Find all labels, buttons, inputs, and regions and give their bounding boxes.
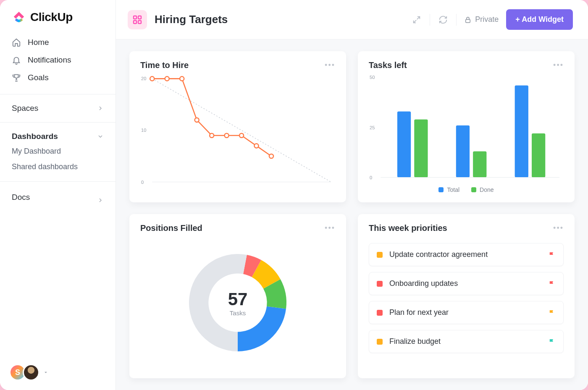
- chevron-right-icon: [97, 197, 104, 204]
- priority-label: Finalize budget: [389, 337, 541, 346]
- donut-chart: 57 Tasks: [140, 236, 335, 369]
- refresh-button[interactable]: [438, 14, 449, 25]
- svg-text:25: 25: [370, 125, 375, 130]
- priority-row[interactable]: Onboarding updates: [369, 272, 564, 295]
- home-icon: [12, 38, 21, 47]
- svg-text:0: 0: [370, 175, 372, 180]
- bell-icon: [12, 55, 21, 65]
- section-label: Docs: [12, 193, 30, 202]
- priority-row[interactable]: Plan for next year: [369, 301, 564, 324]
- expand-icon: [412, 15, 421, 24]
- legend-item-done: Done: [471, 186, 494, 193]
- svg-rect-26: [515, 85, 528, 177]
- dashboard-canvas: Time to Hire ••• 01020 Tasks left ••• 02…: [116, 39, 588, 390]
- topbar: Hiring Targets Private + Add Widget: [116, 0, 588, 39]
- brand-logo[interactable]: ClickUp: [0, 0, 116, 32]
- flag-icon: [548, 338, 556, 346]
- svg-point-13: [210, 133, 214, 138]
- legend-swatch: [471, 187, 476, 192]
- caret-down-icon: [43, 369, 49, 375]
- widget-time-to-hire: Time to Hire ••• 01020: [129, 51, 346, 202]
- refresh-icon: [438, 15, 448, 24]
- status-square: [377, 310, 383, 316]
- nav-primary: Home Notifications Goals: [0, 32, 116, 94]
- sidebar-item-label: Goals: [28, 73, 49, 82]
- privacy-label: Private: [475, 15, 499, 24]
- sidebar-section-header-spaces[interactable]: Spaces: [0, 101, 116, 115]
- sidebar-item-label: Home: [28, 38, 49, 47]
- widget-menu-button[interactable]: •••: [325, 224, 335, 233]
- svg-rect-25: [473, 152, 486, 178]
- svg-line-8: [152, 79, 331, 182]
- sidebar-section-spaces: Spaces: [0, 94, 116, 122]
- widget-menu-button[interactable]: •••: [325, 61, 335, 70]
- add-widget-button[interactable]: + Add Widget: [506, 9, 573, 30]
- sidebar-subitem-my-dashboard[interactable]: My Dashboard: [0, 144, 116, 159]
- priority-label: Update contractor agreement: [389, 250, 541, 259]
- widget-menu-button[interactable]: •••: [553, 61, 564, 70]
- chevron-right-icon: [97, 105, 104, 112]
- section-label: Spaces: [12, 104, 38, 113]
- priority-row[interactable]: Update contractor agreement: [369, 243, 564, 266]
- privacy-toggle[interactable]: Private: [464, 15, 499, 24]
- legend-swatch: [438, 187, 444, 192]
- svg-rect-0: [134, 16, 136, 19]
- chevron-down-icon: [97, 133, 104, 140]
- svg-rect-23: [414, 119, 428, 177]
- svg-point-12: [195, 118, 199, 122]
- flag-icon: [548, 251, 556, 259]
- priority-label: Plan for next year: [389, 308, 541, 317]
- sidebar-item-goals[interactable]: Goals: [0, 69, 116, 86]
- sidebar-section-header-docs[interactable]: Docs: [0, 188, 116, 206]
- sidebar-item-home[interactable]: Home: [0, 34, 116, 51]
- widget-priorities: This week priorities ••• Update contract…: [358, 214, 575, 378]
- grid-icon: [132, 15, 142, 25]
- svg-text:0: 0: [141, 180, 144, 185]
- svg-rect-24: [456, 126, 470, 178]
- widget-menu-button[interactable]: •••: [553, 224, 564, 233]
- avatar-photo: [23, 364, 39, 381]
- clickup-logo-icon: [12, 10, 26, 24]
- widget-title: Tasks left: [369, 60, 407, 70]
- svg-point-14: [225, 133, 229, 138]
- svg-rect-27: [532, 133, 545, 178]
- legend-item-total: Total: [438, 186, 459, 193]
- flag-icon: [548, 280, 556, 288]
- svg-rect-4: [466, 19, 470, 23]
- widget-title: Positions Filled: [140, 223, 202, 233]
- user-avatar-menu[interactable]: S: [9, 364, 49, 381]
- legend-label: Total: [447, 186, 459, 193]
- brand-name: ClickUp: [30, 10, 73, 24]
- svg-point-17: [269, 154, 273, 158]
- svg-point-9: [150, 76, 154, 81]
- status-square: [377, 339, 383, 345]
- priority-label: Onboarding updates: [389, 279, 541, 288]
- main: Hiring Targets Private + Add Widget Time…: [116, 0, 588, 390]
- sidebar: ClickUp Home Notifications Goals Spaces: [0, 0, 116, 390]
- line-chart: 01020: [140, 73, 335, 193]
- widget-tasks-left: Tasks left ••• 02550 Total Done: [358, 51, 575, 202]
- lock-icon: [464, 16, 472, 24]
- expand-button[interactable]: [411, 14, 422, 25]
- section-label: Dashboards: [12, 132, 58, 141]
- status-square: [377, 281, 383, 287]
- svg-rect-3: [138, 21, 141, 24]
- svg-text:50: 50: [370, 75, 375, 80]
- priority-row[interactable]: Finalize budget: [369, 330, 564, 353]
- page-title: Hiring Targets: [155, 13, 228, 26]
- trophy-icon: [12, 73, 21, 82]
- bar-legend: Total Done: [369, 184, 564, 193]
- legend-label: Done: [480, 186, 494, 193]
- sidebar-section-header-dashboards[interactable]: Dashboards: [0, 129, 116, 144]
- svg-point-15: [239, 133, 244, 138]
- flag-icon: [548, 309, 556, 317]
- widget-positions-filled: Positions Filled ••• 57 Tasks: [129, 214, 346, 378]
- sidebar-subitem-shared-dashboards[interactable]: Shared dashboards: [0, 159, 116, 175]
- sidebar-item-notifications[interactable]: Notifications: [0, 51, 116, 69]
- dashboard-icon: [128, 10, 147, 29]
- widget-title: This week priorities: [369, 223, 447, 233]
- sidebar-item-label: Notifications: [28, 55, 71, 65]
- priorities-list: Update contractor agreement Onboarding u…: [369, 243, 564, 353]
- sidebar-section-docs: Docs: [0, 181, 116, 213]
- svg-point-10: [165, 76, 169, 81]
